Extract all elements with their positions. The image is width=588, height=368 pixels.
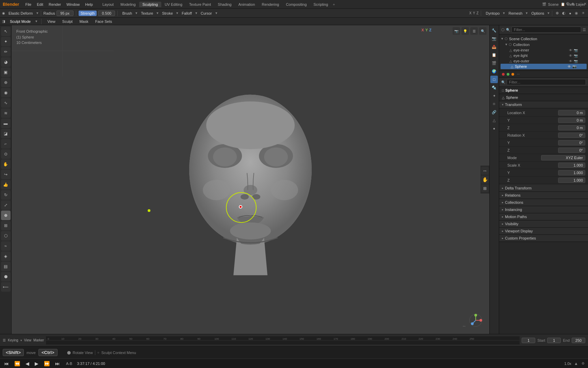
tool-scrape[interactable]: ⌐ (1, 139, 11, 149)
workspace-animation[interactable]: Animation (235, 2, 258, 7)
cursor-btn[interactable]: Cursor (199, 11, 214, 16)
workspace-texture-paint[interactable]: Texture Paint (186, 2, 214, 7)
start-frame-input[interactable] (547, 338, 561, 343)
menu-help[interactable]: Help (82, 2, 96, 7)
tool-pose[interactable]: ⊞ (1, 221, 11, 230)
prop-output-icon[interactable]: 📤 (490, 43, 498, 50)
outliner-filter-icon[interactable]: ☰ (583, 28, 586, 32)
viewport-3d[interactable]: Front Orthographic (1) Sphere 10 Centime… (12, 25, 489, 334)
scale-z-value[interactable]: 1.000 (558, 178, 585, 183)
settings-gear-icon[interactable]: ⚙ (566, 1, 570, 6)
tool-transform[interactable]: ⟵ (1, 282, 11, 292)
menu-edit[interactable]: Edit (34, 2, 46, 7)
tree-item-eye-light[interactable]: △ eye-light 👁 📷 (499, 53, 588, 58)
workspace-layout[interactable]: Layout (99, 2, 117, 7)
texture-btn[interactable]: Texture (139, 11, 155, 16)
prop-modifier-icon[interactable]: 🔩 (490, 84, 498, 91)
options-btn[interactable]: Options (529, 11, 546, 16)
location-z-value[interactable]: 0 m (558, 125, 585, 131)
tool-draw[interactable]: ✏ (1, 47, 11, 57)
tool-thumb[interactable]: 👍 (1, 180, 11, 189)
current-frame-input[interactable] (522, 338, 535, 343)
remesh-btn[interactable]: Remesh (506, 11, 524, 16)
sculpt-mode-btn[interactable]: Sculpt Mode (8, 19, 33, 24)
tool-blob[interactable]: ◉ (1, 88, 11, 97)
sphere-visibility-icon[interactable]: 👁 (568, 65, 571, 68)
tool-pinch[interactable]: ⊙ (1, 149, 11, 159)
eye-outer-visibility-icon[interactable]: 👁 (569, 59, 572, 63)
view-btn[interactable]: View (45, 19, 58, 24)
end-frame-input[interactable] (572, 338, 585, 343)
visibility-header[interactable]: ▸ Visibility (499, 220, 588, 228)
tool-move[interactable]: ✦ (1, 37, 11, 46)
mode-value[interactable]: XYZ Euler (541, 155, 585, 160)
scale-y-value[interactable]: 1.000 (558, 170, 585, 175)
viewport-rendered-icon[interactable]: ☀ (581, 11, 586, 16)
sculpt-btn[interactable]: Sculpt (60, 19, 75, 24)
view-timeline-btn[interactable]: View (24, 338, 32, 342)
viewport-display-header[interactable]: ▸ Viewport Display (499, 228, 588, 235)
eye-inner-camera-icon[interactable]: 📷 (574, 48, 578, 52)
add-workspace-btn[interactable]: + (331, 2, 336, 7)
jump-end-btn[interactable]: ⏭ (54, 360, 61, 367)
tool-rotate[interactable]: ↻ (1, 190, 11, 200)
radius-value[interactable]: 95 px (56, 11, 74, 16)
motion-paths-header[interactable]: ▸ Motion Paths (499, 213, 588, 220)
workspace-rendering[interactable]: Rendering (258, 2, 282, 7)
delta-transform-header[interactable]: ▸ Delta Transform (499, 185, 588, 192)
tool-layer[interactable]: ▣ (1, 67, 11, 77)
viewport-filter-icon[interactable]: ☰ (470, 27, 478, 35)
tool-multires[interactable]: ◈ (1, 251, 11, 261)
eye-outer-camera-icon[interactable]: 📷 (574, 59, 578, 63)
tool-flatten[interactable]: ▬ (1, 119, 11, 128)
tool-snake-hook[interactable]: ↪ (1, 170, 11, 179)
rotation-x-value[interactable]: 0° (558, 133, 585, 138)
timeline-menu-icon[interactable]: ☰ (3, 338, 6, 342)
prop-data-icon[interactable]: △ (490, 117, 498, 124)
prop-material-icon[interactable]: ● (490, 125, 498, 132)
prop-tool-icon[interactable]: 🔧 (490, 27, 498, 34)
tool-grab[interactable]: ✋ (1, 159, 11, 169)
transform-header[interactable]: ▾ Transform (499, 101, 588, 108)
restore-btn[interactable]: □ (580, 2, 582, 6)
nav-gizmo[interactable] (469, 313, 483, 327)
menu-file[interactable]: File (22, 2, 34, 7)
tool-cloth[interactable]: ≈ (1, 241, 11, 251)
viewport-pan-icon[interactable]: ✋ (481, 176, 489, 183)
close-btn[interactable]: ✕ (584, 2, 587, 6)
eye-light-visibility-icon[interactable]: 👁 (569, 54, 572, 58)
viewport-camera-icon[interactable]: 📷 (453, 27, 460, 35)
tool-boundary[interactable]: ⬡ (1, 231, 11, 241)
custom-props-header[interactable]: ▸ Custom Properties (499, 235, 588, 242)
location-x-value[interactable]: 0 m (558, 110, 585, 116)
strength-label[interactable]: Strength (79, 11, 97, 16)
properties-search-input[interactable] (507, 79, 586, 85)
viewport-material-icon[interactable]: ◉ (574, 11, 579, 16)
instancing-header[interactable]: ▸ Instancing (499, 206, 588, 213)
tree-item-eye-outer[interactable]: △ eye-outer 👁 📷 (499, 58, 588, 64)
prop-scene-icon[interactable]: 🎬 (490, 59, 498, 67)
viewport-grid-toggle[interactable]: ⊞ (481, 185, 489, 192)
prop-constraints-icon[interactable]: 🔗 (490, 108, 498, 116)
workspace-shading[interactable]: Shading (214, 2, 235, 7)
eye-inner-visibility-icon[interactable]: 👁 (569, 48, 572, 52)
tool-smooth[interactable]: ≋ (1, 108, 11, 118)
workspace-compositing[interactable]: Compositing (282, 2, 310, 7)
brush-btn[interactable]: Brush (120, 11, 134, 16)
menu-render[interactable]: Render (46, 2, 64, 7)
location-y-value[interactable]: 0 m (558, 118, 585, 123)
falloff-btn[interactable]: Falloff (180, 11, 194, 16)
tree-item-sphere[interactable]: △ Sphere 👁 📷 (501, 64, 587, 69)
next-frame-btn[interactable]: ⏩ (43, 360, 51, 367)
tool-crease[interactable]: ∿ (1, 98, 11, 108)
play-reverse-btn[interactable]: ◀ (24, 360, 31, 367)
star-icon[interactable]: ★ (571, 1, 575, 6)
keying-dropdown-icon[interactable]: ▾ (20, 339, 22, 342)
viewport-light-icon[interactable]: 💡 (461, 27, 469, 35)
prop-object-icon[interactable]: □ (490, 76, 498, 83)
prop-view-layer-icon[interactable]: 📋 (490, 51, 498, 59)
rotation-z-value[interactable]: 0° (558, 148, 585, 153)
play-btn[interactable]: ▶ (33, 360, 40, 367)
face-sets-btn[interactable]: Face Sets (93, 19, 114, 24)
relations-header[interactable]: ▸ Relations (499, 192, 588, 199)
